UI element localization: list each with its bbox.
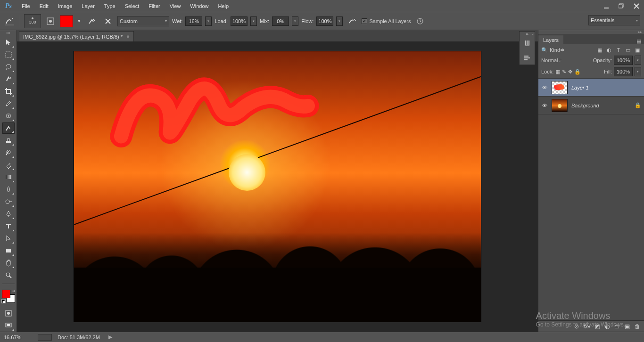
menu-type[interactable]: Type bbox=[99, 1, 120, 11]
close-icon[interactable]: × bbox=[531, 32, 534, 36]
visibility-toggle-icon[interactable]: 👁 bbox=[541, 85, 548, 90]
layer-mask-icon[interactable]: ◩ bbox=[595, 323, 600, 330]
window-minimize-button[interactable] bbox=[599, 1, 614, 11]
foreground-background-colors[interactable]: ⇄ bbox=[2, 290, 15, 303]
layer-row[interactable]: 👁 Background 🔒 bbox=[538, 97, 644, 114]
brush-preset-picker[interactable]: 300 bbox=[24, 14, 41, 28]
history-brush-tool[interactable] bbox=[2, 147, 15, 158]
panel-collapse-grip[interactable]: ▸▸ bbox=[538, 30, 644, 34]
swatch-dropdown[interactable]: ▾ bbox=[76, 15, 83, 27]
panel-grip-icon[interactable] bbox=[1, 32, 16, 35]
menu-image[interactable]: Image bbox=[53, 1, 77, 11]
type-tool[interactable] bbox=[2, 220, 15, 232]
swap-colors-icon[interactable]: ⇄ bbox=[12, 289, 16, 293]
adjustment-layer-icon[interactable]: ◐ bbox=[605, 323, 610, 330]
brush-load-color-swatch[interactable] bbox=[60, 15, 73, 27]
foreground-color-swatch[interactable] bbox=[2, 290, 10, 298]
filter-adjustment-icon[interactable]: ◐ bbox=[605, 46, 613, 54]
opacity-input[interactable]: 100% bbox=[614, 56, 633, 65]
menu-file[interactable]: File bbox=[17, 1, 35, 11]
lock-pixels-icon[interactable]: ✎ bbox=[562, 69, 566, 75]
layer-name[interactable]: Background bbox=[571, 103, 631, 108]
brush-presets-icon[interactable] bbox=[520, 50, 535, 65]
default-colors-icon[interactable] bbox=[1, 299, 6, 303]
filter-smart-icon[interactable]: ▣ bbox=[634, 46, 641, 54]
flow-input[interactable]: 100% bbox=[316, 16, 333, 26]
close-icon[interactable]: × bbox=[126, 33, 130, 40]
layer-thumbnail[interactable] bbox=[552, 81, 568, 94]
layer-group-icon[interactable]: 🗀 bbox=[614, 323, 620, 330]
wet-input[interactable]: 16% bbox=[185, 16, 202, 26]
mixer-brush-tool[interactable] bbox=[2, 122, 15, 134]
window-close-button[interactable] bbox=[629, 1, 644, 11]
mix-dropdown[interactable]: ▾ bbox=[292, 16, 298, 26]
layers-panel-tab[interactable]: Layers bbox=[538, 35, 563, 44]
gradient-tool[interactable] bbox=[2, 171, 15, 183]
wet-dropdown[interactable]: ▾ bbox=[205, 16, 212, 26]
workspace-switcher[interactable]: Essentials▾ bbox=[588, 15, 640, 25]
menu-edit[interactable]: Edit bbox=[35, 1, 53, 11]
filter-type-icon[interactable]: T bbox=[615, 46, 622, 54]
window-restore-button[interactable] bbox=[614, 1, 629, 11]
delete-layer-icon[interactable]: 🗑 bbox=[635, 323, 640, 330]
quick-selection-tool[interactable] bbox=[2, 73, 15, 85]
blend-mode-dropdown[interactable]: Normal≑ bbox=[541, 57, 591, 64]
blur-tool[interactable] bbox=[2, 184, 15, 195]
status-preview-icon[interactable] bbox=[38, 334, 52, 341]
quick-mask-toggle[interactable] bbox=[2, 308, 15, 319]
lock-all-icon[interactable]: 🔒 bbox=[574, 69, 581, 75]
lock-position-icon[interactable]: ✥ bbox=[568, 69, 572, 75]
eraser-tool[interactable] bbox=[2, 159, 15, 171]
layer-row[interactable]: 👁 Layer 1 bbox=[538, 79, 644, 97]
pen-tool[interactable] bbox=[2, 208, 15, 220]
link-layers-icon[interactable]: ⊘ bbox=[574, 323, 579, 330]
menu-view[interactable]: View bbox=[165, 1, 186, 11]
tablet-pressure-toggle-icon[interactable] bbox=[413, 15, 427, 27]
canvas[interactable] bbox=[74, 51, 481, 322]
canvas-viewport[interactable] bbox=[17, 41, 538, 332]
mix-input[interactable]: 0% bbox=[272, 16, 289, 26]
layer-thumbnail[interactable] bbox=[552, 99, 568, 112]
opacity-dropdown[interactable]: ▾ bbox=[635, 56, 641, 65]
filter-pixel-icon[interactable]: ▦ bbox=[596, 46, 603, 54]
load-brush-after-stroke-icon[interactable] bbox=[85, 15, 99, 27]
menu-help[interactable]: Help bbox=[213, 1, 233, 11]
menu-window[interactable]: Window bbox=[185, 1, 213, 11]
rectangle-shape-tool[interactable] bbox=[2, 245, 15, 256]
zoom-level[interactable]: 16.67% bbox=[4, 334, 32, 340]
dodge-tool[interactable] bbox=[2, 196, 15, 207]
filter-shape-icon[interactable]: ▭ bbox=[624, 46, 632, 54]
menu-filter[interactable]: Filter bbox=[144, 1, 165, 11]
expand-icon[interactable]: ⇤ bbox=[526, 32, 529, 36]
brush-settings-icon[interactable] bbox=[520, 36, 535, 50]
document-tab[interactable]: IMG_8922.jpg @ 16.7% (Layer 1, RGB/8) * … bbox=[19, 31, 134, 41]
lock-transparent-icon[interactable]: ▦ bbox=[555, 69, 560, 75]
panel-menu-icon[interactable]: ▤ bbox=[634, 38, 644, 44]
status-arrow-icon[interactable]: ▶ bbox=[108, 334, 112, 340]
clone-stamp-tool[interactable] bbox=[2, 135, 15, 146]
doc-info[interactable]: Doc: 51.3M/62.2M bbox=[58, 334, 100, 340]
zoom-tool[interactable] bbox=[2, 269, 15, 281]
fill-dropdown[interactable]: ▾ bbox=[635, 67, 641, 76]
layer-filter-dropdown[interactable]: 🔍Kind≑ bbox=[541, 47, 578, 53]
move-tool[interactable] bbox=[2, 37, 15, 48]
layer-name[interactable]: Layer 1 bbox=[571, 85, 641, 90]
menu-layer[interactable]: Layer bbox=[77, 1, 99, 11]
airbrush-toggle-icon[interactable] bbox=[346, 15, 359, 27]
clean-brush-after-stroke-icon[interactable] bbox=[101, 15, 115, 27]
screen-mode-toggle[interactable] bbox=[2, 320, 15, 331]
new-layer-icon[interactable]: ▣ bbox=[625, 323, 630, 330]
healing-brush-tool[interactable] bbox=[2, 110, 15, 122]
eyedropper-tool[interactable] bbox=[2, 98, 15, 109]
layer-effects-icon[interactable]: fx▾ bbox=[584, 323, 590, 330]
visibility-toggle-icon[interactable]: 👁 bbox=[541, 103, 548, 108]
lasso-tool[interactable] bbox=[2, 61, 15, 73]
menu-select[interactable]: Select bbox=[120, 1, 144, 11]
hand-tool[interactable] bbox=[2, 257, 15, 269]
crop-tool[interactable] bbox=[2, 86, 15, 97]
rectangular-marquee-tool[interactable] bbox=[2, 49, 15, 60]
tool-preset-picker[interactable] bbox=[3, 15, 16, 27]
brush-panel-toggle[interactable] bbox=[44, 15, 57, 27]
fill-input[interactable]: 100% bbox=[614, 67, 633, 76]
load-dropdown[interactable]: ▾ bbox=[250, 16, 257, 26]
